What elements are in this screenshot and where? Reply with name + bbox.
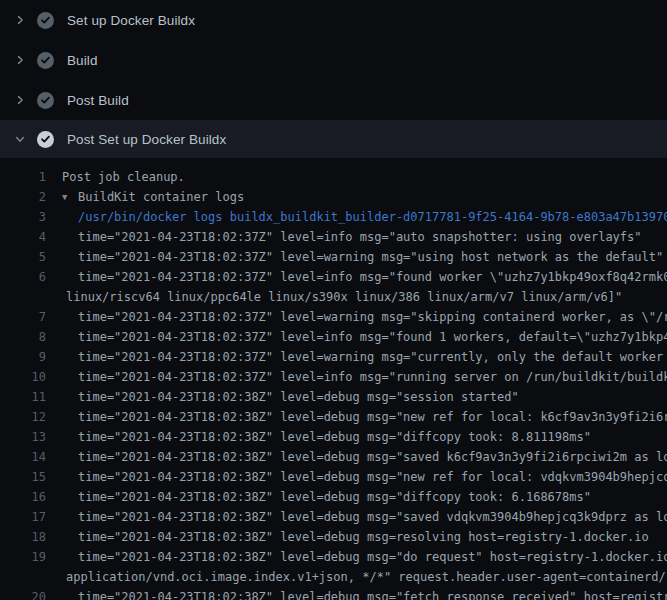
log-line: 12 time="2021-04-23T18:02:38Z" level=deb…: [0, 407, 667, 427]
chevron-right-icon[interactable]: [12, 12, 28, 28]
log-text-content: time="2021-04-23T18:02:37Z" level=info m…: [78, 230, 642, 244]
log-text: time="2021-04-23T18:02:38Z" level=debug …: [62, 447, 667, 467]
step-header[interactable]: Post Build: [0, 80, 667, 120]
log-line: 3 /usr/bin/docker logs buildx_buildkit_b…: [0, 207, 667, 227]
log-text: time="2021-04-23T18:02:38Z" level=debug …: [62, 587, 667, 600]
log-line: 17 time="2021-04-23T18:02:38Z" level=deb…: [0, 507, 667, 527]
log-text-content: Post job cleanup.: [62, 170, 185, 184]
log-line: 20 time="2021-04-23T18:02:38Z" level=deb…: [0, 587, 667, 600]
line-number[interactable]: 17: [0, 507, 46, 527]
check-circle-icon: [37, 92, 54, 109]
log-text-content: time="2021-04-23T18:02:38Z" level=debug …: [78, 430, 591, 444]
log-text-content: time="2021-04-23T18:02:38Z" level=debug …: [78, 450, 667, 464]
line-number[interactable]: 19: [0, 547, 46, 567]
log-text-content: time="2021-04-23T18:02:38Z" level=debug …: [78, 550, 667, 564]
line-number[interactable]: 5: [0, 247, 46, 267]
step-label: Build: [67, 53, 98, 68]
step-header[interactable]: Set up Docker Buildx: [0, 0, 667, 40]
log-line: application/vnd.oci.image.index.v1+json,…: [0, 567, 667, 587]
log-text-content: time="2021-04-23T18:02:38Z" level=debug …: [78, 590, 667, 600]
check-circle-icon: [37, 52, 54, 69]
chevron-right-icon[interactable]: [12, 52, 28, 68]
line-number[interactable]: 2: [0, 187, 46, 207]
line-number[interactable]: 8: [0, 327, 46, 347]
log-text: time="2021-04-23T18:02:37Z" level=info m…: [62, 367, 667, 387]
line-number[interactable]: 18: [0, 527, 46, 547]
log-text-content: time="2021-04-23T18:02:38Z" level=debug …: [78, 510, 667, 524]
step-label: Set up Docker Buildx: [67, 13, 195, 28]
log-text: time="2021-04-23T18:02:38Z" level=debug …: [62, 387, 519, 407]
line-number[interactable]: [0, 287, 46, 307]
log-text: time="2021-04-23T18:02:38Z" level=debug …: [62, 407, 667, 427]
line-number[interactable]: 3: [0, 207, 46, 227]
log-text-content: time="2021-04-23T18:02:37Z" level=warnin…: [78, 250, 663, 264]
log-text: time="2021-04-23T18:02:37Z" level=info m…: [62, 327, 667, 347]
log-text-content: BuildKit container logs: [78, 190, 244, 204]
log-line: 7 time="2021-04-23T18:02:37Z" level=warn…: [0, 307, 667, 327]
step-list: Set up Docker Buildx Build: [0, 0, 667, 158]
step-header[interactable]: Post Set up Docker Buildx: [0, 120, 667, 158]
check-circle-icon: [37, 12, 54, 29]
line-number[interactable]: 15: [0, 467, 46, 487]
log-text-content: time="2021-04-23T18:02:37Z" level=warnin…: [78, 350, 667, 364]
log-line: 1 Post job cleanup.: [0, 167, 667, 187]
log-line: 10 time="2021-04-23T18:02:37Z" level=inf…: [0, 367, 667, 387]
log-line: 2 ▼BuildKit container logs: [0, 187, 667, 207]
log-text-content: time="2021-04-23T18:02:38Z" level=debug …: [78, 470, 667, 484]
line-number[interactable]: 4: [0, 227, 46, 247]
log-line: 19 time="2021-04-23T18:02:38Z" level=deb…: [0, 547, 667, 567]
workflow-log-viewer: Set up Docker Buildx Build: [0, 0, 667, 600]
log-text: time="2021-04-23T18:02:38Z" level=debug …: [62, 547, 667, 567]
log-text: /usr/bin/docker logs buildx_buildkit_bui…: [62, 207, 667, 227]
log-text-content: time="2021-04-23T18:02:37Z" level=info m…: [78, 370, 667, 384]
log-text-content: time="2021-04-23T18:02:38Z" level=debug …: [78, 410, 667, 424]
log-line: 6 time="2021-04-23T18:02:37Z" level=info…: [0, 267, 667, 287]
log-line: 8 time="2021-04-23T18:02:37Z" level=info…: [0, 327, 667, 347]
line-number[interactable]: 9: [0, 347, 46, 367]
log-text: ▼BuildKit container logs: [62, 187, 244, 207]
log-text: time="2021-04-23T18:02:38Z" level=debug …: [62, 467, 667, 487]
log-line: 15 time="2021-04-23T18:02:38Z" level=deb…: [0, 467, 667, 487]
line-number[interactable]: 12: [0, 407, 46, 427]
log-line: 5 time="2021-04-23T18:02:37Z" level=warn…: [0, 247, 667, 267]
log-text: time="2021-04-23T18:02:38Z" level=debug …: [62, 527, 649, 547]
chevron-right-icon[interactable]: [12, 92, 28, 108]
chevron-down-icon[interactable]: [12, 131, 28, 147]
log-text: time="2021-04-23T18:02:38Z" level=debug …: [62, 427, 591, 447]
group-toggle-icon[interactable]: ▼: [62, 187, 78, 207]
line-number[interactable]: 16: [0, 487, 46, 507]
line-number[interactable]: 1: [0, 167, 46, 187]
log-text-content: time="2021-04-23T18:02:37Z" level=warnin…: [78, 310, 667, 324]
line-number[interactable]: 11: [0, 387, 46, 407]
log-text: application/vnd.oci.image.index.v1+json,…: [62, 567, 667, 587]
line-number[interactable]: 14: [0, 447, 46, 467]
log-line: 4 time="2021-04-23T18:02:37Z" level=info…: [0, 227, 667, 247]
log-text: time="2021-04-23T18:02:37Z" level=warnin…: [62, 347, 667, 367]
line-number[interactable]: [0, 567, 46, 587]
line-number[interactable]: 10: [0, 367, 46, 387]
step-header[interactable]: Build: [0, 40, 667, 80]
log-line: linux/riscv64 linux/ppc64le linux/s390x …: [0, 287, 667, 307]
log-text-content: time="2021-04-23T18:02:37Z" level=info m…: [78, 270, 667, 284]
log-line: 13 time="2021-04-23T18:02:38Z" level=deb…: [0, 427, 667, 447]
log-line: 11 time="2021-04-23T18:02:38Z" level=deb…: [0, 387, 667, 407]
log-line: 16 time="2021-04-23T18:02:38Z" level=deb…: [0, 487, 667, 507]
log-text: time="2021-04-23T18:02:38Z" level=debug …: [62, 507, 667, 527]
log-text: time="2021-04-23T18:02:38Z" level=debug …: [62, 487, 591, 507]
line-number[interactable]: 6: [0, 267, 46, 287]
log-line: 9 time="2021-04-23T18:02:37Z" level=warn…: [0, 347, 667, 367]
log-text: time="2021-04-23T18:02:37Z" level=info m…: [62, 227, 642, 247]
log-text-content: time="2021-04-23T18:02:37Z" level=info m…: [78, 330, 667, 344]
log-text-content: time="2021-04-23T18:02:38Z" level=debug …: [78, 490, 591, 504]
log-text: Post job cleanup.: [62, 167, 185, 187]
line-number[interactable]: 20: [0, 587, 46, 600]
log-text-content: application/vnd.oci.image.index.v1+json,…: [66, 570, 667, 584]
log-area: 1 Post job cleanup. 2 ▼BuildKit containe…: [0, 158, 667, 600]
log-text: linux/riscv64 linux/ppc64le linux/s390x …: [62, 287, 622, 307]
line-number[interactable]: 7: [0, 307, 46, 327]
step-label: Post Set up Docker Buildx: [67, 132, 226, 147]
log-text-content: time="2021-04-23T18:02:38Z" level=debug …: [78, 530, 649, 544]
line-number[interactable]: 13: [0, 427, 46, 447]
log-line: 18 time="2021-04-23T18:02:38Z" level=deb…: [0, 527, 667, 547]
log-text-content: linux/riscv64 linux/ppc64le linux/s390x …: [66, 290, 622, 304]
